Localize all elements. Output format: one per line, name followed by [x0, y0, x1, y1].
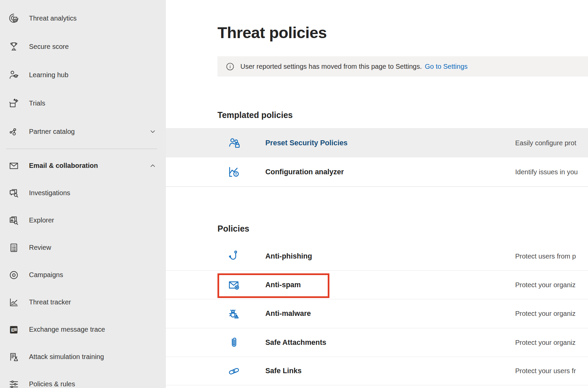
row-label: Anti-malware — [265, 309, 311, 318]
info-icon — [226, 62, 235, 71]
row-safe-attachments[interactable]: Safe Attachments Protect your organiz — [166, 328, 588, 357]
chain-links-icon — [226, 364, 242, 378]
sidebar-item-label: Explorer — [29, 216, 54, 224]
sidebar-item-secure-score[interactable]: Secure score — [0, 32, 166, 61]
paperclip-icon — [226, 335, 242, 350]
row-description: Protect your organiz — [515, 310, 576, 318]
row-configuration-analyzer[interactable]: Configuration analyzer Identify issues i… — [166, 157, 588, 187]
partner-catalog-icon — [7, 126, 20, 137]
sliders-icon — [7, 379, 20, 388]
row-label: Safe Links — [265, 367, 302, 375]
main-content: Threat policies User reported settings h… — [166, 0, 588, 388]
sidebar-item-label: Investigations — [29, 189, 70, 197]
exchange-icon: E — [7, 324, 20, 335]
trophy-icon — [7, 41, 20, 52]
row-description: Protect your organiz — [515, 281, 576, 289]
sidebar-item-partner-catalog[interactable]: Partner catalog — [0, 117, 166, 146]
chevron-down-icon[interactable] — [149, 128, 156, 135]
policies-heading: Policies — [217, 224, 249, 234]
row-description: Protect your organiz — [515, 338, 576, 346]
sidebar-item-label: Partner catalog — [29, 128, 75, 136]
sidebar-item-label: Secure score — [29, 43, 69, 51]
policies-list: Anti-phishing Protect users from p Anti-… — [166, 242, 588, 385]
preset-security-policies-icon — [226, 136, 242, 150]
learning-hub-icon — [7, 69, 20, 81]
sidebar-item-label: Threat analytics — [29, 14, 77, 22]
sidebar-item-label: Learning hub — [29, 71, 68, 79]
target-icon — [7, 269, 20, 281]
page-title: Threat policies — [217, 23, 327, 42]
banner-message: User reported settings has moved from th… — [240, 63, 422, 70]
row-label: Anti-phishing — [265, 252, 312, 260]
threat-analytics-icon — [7, 12, 20, 24]
row-description: Protect users from p — [515, 252, 576, 260]
envelope-blocked-icon — [226, 278, 242, 292]
sidebar-divider — [6, 149, 157, 149]
sidebar-item-learning-hub[interactable]: Learning hub — [0, 61, 166, 89]
sidebar-item-label: Campaigns — [29, 271, 63, 279]
fish-hook-icon — [226, 249, 242, 263]
sidebar-item-label: Policies & rules — [29, 380, 75, 388]
sidebar-item-threat-tracker[interactable]: Threat tracker — [0, 289, 166, 316]
row-label: Safe Attachments — [265, 338, 326, 347]
row-label: Anti-spam — [265, 281, 301, 289]
sidebar-item-review[interactable]: Review — [0, 234, 166, 261]
sidebar-item-attack-simulation-training[interactable]: Attack simulation training — [0, 343, 166, 370]
envelope-icon — [7, 160, 20, 172]
row-anti-spam[interactable]: Anti-spam Protect your organiz — [166, 270, 588, 299]
row-description: Protect your users fr — [515, 367, 576, 375]
sidebar-item-investigations[interactable]: Investigations — [0, 179, 166, 207]
sidebar-item-threat-analytics[interactable]: Threat analytics — [0, 4, 166, 32]
sidebar-item-policies-rules[interactable]: Policies & rules — [0, 370, 166, 388]
sidebar-item-campaigns[interactable]: Campaigns — [0, 261, 166, 289]
sidebar-item-explorer[interactable]: Explorer — [0, 207, 166, 234]
sidebar: Threat analytics Secure score — [0, 0, 166, 388]
configuration-analyzer-icon — [226, 165, 242, 179]
row-safe-links[interactable]: Safe Links Protect your users fr — [166, 357, 588, 385]
templated-policies-list: Preset Security Policies Easily configur… — [166, 128, 588, 187]
row-anti-malware[interactable]: Anti-malware Protect your organiz — [166, 299, 588, 328]
templated-policies-heading: Templated policies — [217, 110, 293, 120]
row-anti-phishing[interactable]: Anti-phishing Protect users from p — [166, 242, 588, 270]
sidebar-item-email-collaboration[interactable]: Email & collaboration — [0, 152, 166, 179]
sidebar-item-trials[interactable]: Trials — [0, 89, 166, 117]
svg-text:E: E — [11, 327, 14, 332]
sidebar-group-email-collaboration: Email & collaboration Investigations — [0, 152, 166, 388]
sidebar-item-label: Trials — [29, 99, 45, 107]
row-description: Easily configure prot — [515, 139, 576, 147]
info-banner: User reported settings has moved from th… — [217, 56, 588, 77]
sidebar-item-exchange-message-trace[interactable]: E Exchange message trace — [0, 316, 166, 343]
sidebar-item-label: Email & collaboration — [29, 162, 98, 170]
sidebar-group-top: Threat analytics Secure score — [0, 4, 166, 146]
row-preset-security-policies[interactable]: Preset Security Policies Easily configur… — [166, 128, 588, 157]
review-icon — [7, 242, 20, 253]
sidebar-item-label: Exchange message trace — [29, 326, 105, 333]
row-label: Preset Security Policies — [265, 139, 348, 147]
go-to-settings-link[interactable]: Go to Settings — [425, 63, 468, 70]
bug-warning-icon — [226, 306, 242, 321]
row-description: Identify issues in you — [515, 168, 578, 176]
trials-icon — [7, 97, 20, 109]
row-label: Configuration analyzer — [265, 168, 344, 176]
investigations-icon — [7, 187, 20, 199]
chevron-up-icon[interactable] — [149, 162, 156, 170]
sidebar-item-label: Threat tracker — [29, 298, 71, 306]
sidebar-item-label: Attack simulation training — [29, 353, 104, 361]
explorer-icon — [7, 215, 20, 226]
line-chart-icon — [7, 297, 20, 308]
attack-simulation-icon — [7, 351, 20, 363]
sidebar-item-label: Review — [29, 244, 51, 251]
